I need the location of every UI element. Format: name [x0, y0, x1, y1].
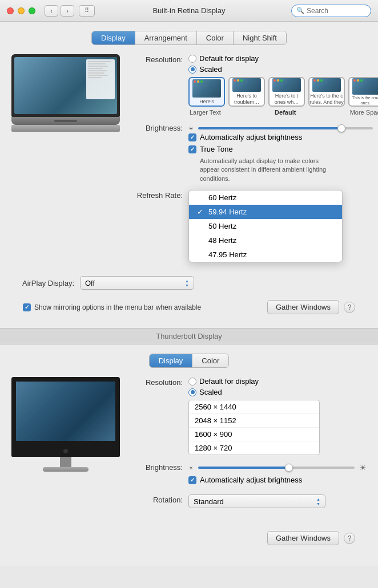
scale-thumb-1[interactable]: Here's — [188, 77, 225, 107]
bottom-bar: ✓ Show mirroring options in the menu bar… — [11, 295, 367, 319]
tb-resolution-scaled-option[interactable]: Scaled — [188, 388, 367, 396]
tb-brightness-low-icon: ☀ — [188, 465, 194, 471]
brightness-slider-wrap: ☀ ☀ — [188, 123, 378, 133]
tb-brightness-high-icon: ☀ — [359, 463, 367, 472]
tb-brightness-row: Brightness: ☀ ☀ ✓ — [131, 462, 367, 488]
res-item-2048[interactable]: 2048 × 1152 — [189, 414, 319, 428]
rotation-arrow-up: ▲ — [316, 497, 320, 501]
auto-brightness-checkbox[interactable]: ✓ — [188, 133, 196, 141]
tb-auto-brightness-row[interactable]: ✓ Automatically adjust brightness — [188, 476, 367, 484]
scale-thumb-text-1: Here's — [199, 99, 214, 105]
refresh-option-60hz[interactable]: 60 Hertz — [189, 190, 342, 205]
maximize-button[interactable] — [29, 7, 35, 14]
refresh-dropdown[interactable]: 60 Hertz ✓ 59.94 Hertz 50 Hertz — [188, 190, 343, 262]
tb-brightness-thumb[interactable] — [285, 464, 293, 472]
thunderbolt-divider-title: Thunderbolt Display — [156, 332, 222, 340]
grid-button[interactable]: ⠿ — [79, 5, 95, 17]
refresh-59hz-label: 59.94 Hertz — [208, 208, 247, 216]
help-button[interactable]: ? — [344, 302, 355, 313]
true-tone-checkbox[interactable]: ✓ — [188, 145, 196, 153]
title-bar: ‹ › ⠿ Built-in Retina Display 🔍 — [0, 0, 378, 22]
refresh-dropdown-popup: 60 Hertz ✓ 59.94 Hertz 50 Hertz — [188, 190, 343, 262]
laptop-screen — [14, 57, 117, 114]
brightness-track[interactable] — [198, 127, 373, 129]
close-button[interactable] — [7, 7, 14, 14]
tb-tab-bar: Display Color — [11, 354, 367, 368]
refresh-60hz-label: 60 Hertz — [208, 193, 236, 202]
minimize-button[interactable] — [18, 7, 25, 14]
auto-brightness-label: Automatically adjust brightness — [200, 133, 302, 141]
rotation-arrow-down: ▼ — [316, 502, 320, 506]
tab-night-shift[interactable]: Night Shift — [234, 31, 286, 44]
back-button[interactable]: ‹ — [45, 5, 58, 17]
refresh-rate-label: Refresh Rate: — [131, 190, 188, 200]
tab-arrangement[interactable]: Arrangement — [135, 31, 197, 44]
tb-radio-inner — [191, 390, 195, 394]
auto-brightness-row[interactable]: ✓ Automatically adjust brightness — [188, 133, 378, 141]
scale-labels: Larger Text Default More Space — [188, 109, 378, 116]
tb-bezel — [11, 445, 120, 457]
tb-tab-display[interactable]: Display — [150, 354, 193, 367]
laptop-base — [11, 125, 120, 132]
tb-resolution-scaled-radio[interactable] — [188, 388, 196, 396]
tb-resolution-scaled-label: Scaled — [199, 388, 222, 396]
airplay-select[interactable]: Off ▲ ▼ — [80, 276, 194, 290]
window-title: Built-in Retina Display — [152, 6, 225, 15]
scale-thumb-text-4: Here's to the c rules. And they — [309, 93, 344, 106]
mirroring-checkbox[interactable]: ✓ — [23, 303, 31, 311]
scale-thumb-text-5: This is the crazy ones... — [349, 96, 378, 106]
scale-thumb-text-2: Here's to troublem… — [230, 93, 264, 106]
tb-display-layout: Resolution: Default for display Scaled — [11, 377, 367, 515]
refresh-option-59hz[interactable]: ✓ 59.94 Hertz — [189, 205, 342, 219]
refresh-rate-row: Refresh Rate: 60 Hertz ✓ 59.94 Hertz — [131, 190, 378, 262]
tb-auto-brightness-checkbox[interactable]: ✓ — [188, 476, 196, 484]
true-tone-row[interactable]: ✓ True Tone — [188, 145, 378, 153]
tb-resolution-label: Resolution: — [131, 377, 188, 387]
refresh-option-50hz[interactable]: 50 Hertz — [189, 219, 342, 233]
tb-settings-panel: Resolution: Default for display Scaled — [131, 377, 367, 515]
brightness-thumb[interactable] — [337, 124, 345, 132]
refresh-option-48hz[interactable]: 48 Hertz — [189, 233, 342, 248]
refresh-option-4795hz[interactable]: 47.95 Hertz — [189, 248, 342, 262]
resolution-scaled-radio[interactable] — [188, 66, 196, 74]
resolution-label: Resolution: — [131, 54, 188, 64]
tb-gather-windows-button[interactable]: Gather Windows — [267, 531, 339, 545]
tb-resolution-default-radio[interactable] — [188, 378, 196, 386]
tb-resolution-content: Default for display Scaled 2560 × 1440 2… — [188, 377, 367, 455]
laptop-chin — [11, 117, 120, 125]
search-box[interactable]: 🔍 — [291, 5, 371, 17]
rotation-arrows: ▲ ▼ — [316, 497, 320, 506]
tb-resolution-default-option[interactable]: Default for display — [188, 377, 367, 386]
tab-display[interactable]: Display — [92, 31, 135, 44]
scale-thumb-5[interactable]: This is the crazy ones... — [348, 77, 378, 107]
forward-button[interactable]: › — [61, 5, 74, 17]
tb-tab-color[interactable]: Color — [192, 354, 228, 367]
tb-rotation-select[interactable]: Standard ▲ ▼ — [188, 494, 325, 508]
resolution-default-option[interactable]: Default for display — [188, 54, 378, 63]
tb-brightness-track[interactable] — [198, 467, 355, 469]
display-layout: Resolution: Default for display Scaled — [11, 54, 367, 269]
tb-bottom-bar: Gather Windows ? — [11, 526, 367, 554]
tb-rotation-row: Rotation: Standard ▲ ▼ — [131, 494, 367, 508]
tb-help-button[interactable]: ? — [344, 533, 355, 544]
scale-thumb-2[interactable]: Here's to troublem… — [228, 77, 265, 107]
tab-color[interactable]: Color — [197, 31, 234, 44]
resolution-scaled-option[interactable]: Scaled — [188, 65, 378, 74]
res-item-1280[interactable]: 1280 × 720 — [189, 441, 319, 455]
scale-thumb-4[interactable]: Here's to the c rules. And they — [308, 77, 345, 107]
res-item-1600[interactable]: 1600 × 900 — [189, 428, 319, 441]
checkmark-icon-3: ✓ — [25, 305, 29, 310]
tb-brightness-content: ☀ ☀ ✓ Automatically adjust brightness — [188, 462, 367, 488]
search-input[interactable] — [307, 7, 366, 15]
mirroring-row[interactable]: ✓ Show mirroring options in the menu bar… — [23, 303, 201, 311]
res-item-2560[interactable]: 2560 × 1440 — [189, 400, 319, 414]
brightness-content: ☀ ☀ ✓ Automatically adjust brightness — [188, 123, 378, 183]
resolution-default-radio[interactable] — [188, 55, 196, 63]
tab-group: Display Arrangement Color Night Shift — [91, 31, 287, 45]
arrow-up-icon: ▲ — [185, 279, 189, 283]
scale-thumb-3[interactable]: Here's to t ones wh… — [268, 77, 305, 107]
refresh-48hz-label: 48 Hertz — [208, 236, 236, 245]
gather-windows-button[interactable]: Gather Windows — [267, 300, 339, 314]
main-content: Display Arrangement Color Night Shift — [0, 22, 378, 566]
mirroring-label: Show mirroring options in the menu bar w… — [34, 303, 201, 311]
